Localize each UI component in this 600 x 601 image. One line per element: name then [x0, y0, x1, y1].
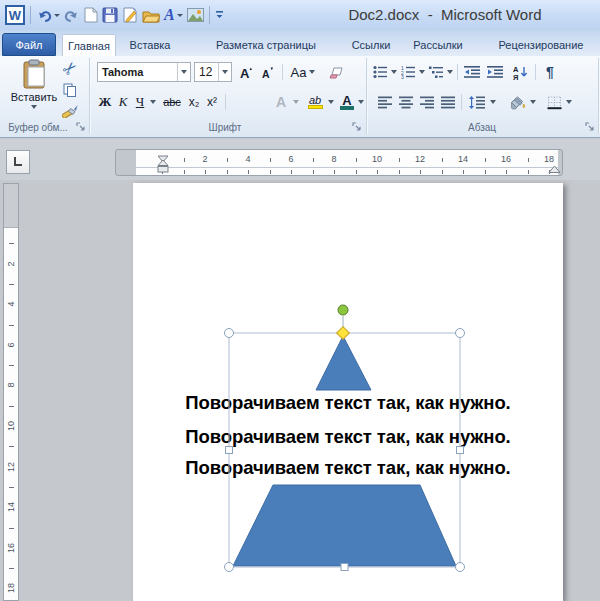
ruler-row: 24681012141618 [0, 139, 600, 180]
grow-font-button[interactable]: A [237, 62, 257, 82]
show-marks-button[interactable]: ¶ [540, 62, 560, 82]
window-title: Doc2.docx - Microsoft Word [290, 6, 600, 23]
redo-button[interactable] [62, 4, 82, 26]
shading-caret[interactable] [528, 92, 537, 112]
underline-button[interactable]: Ч [132, 92, 148, 112]
align-right-button[interactable] [417, 92, 437, 112]
bold-button[interactable]: Ж [96, 92, 114, 112]
tab-mailings[interactable]: Рассылки [410, 34, 466, 56]
resize-handle-e[interactable] [457, 447, 464, 454]
increase-indent-button[interactable] [484, 62, 505, 82]
clipboard-dialog-launcher[interactable] [76, 122, 86, 132]
borders-button[interactable] [544, 92, 564, 112]
triangle-shape[interactable] [316, 336, 371, 390]
tab-insert[interactable]: Вставка [124, 34, 176, 56]
document-page[interactable]: Поворачиваем текст так, как нужно. Повор… [133, 183, 563, 601]
right-indent-marker[interactable] [548, 160, 561, 178]
svg-text:A: A [262, 68, 270, 80]
tab-references[interactable]: Ссылки [344, 34, 398, 56]
title-bar: W A [0, 0, 600, 30]
hanging-indent-marker[interactable] [157, 159, 169, 178]
svg-text:3: 3 [401, 74, 404, 79]
subscript-button[interactable]: x₂ [185, 92, 203, 112]
highlight-caret[interactable] [326, 92, 335, 112]
change-case-button[interactable]: Aa [287, 62, 319, 82]
font-color-caret[interactable] [356, 92, 365, 112]
clear-formatting-button[interactable] [324, 62, 350, 82]
font-color-button[interactable]: А [337, 92, 357, 112]
ribbon: Вставить ✂ Буфер обм... Tahoma 12 A A [0, 56, 600, 138]
multilevel-caret[interactable] [445, 62, 454, 82]
sort-button[interactable]: АЯ [509, 62, 531, 82]
font-family-combo[interactable]: Tahoma [97, 62, 191, 82]
bullets-button[interactable] [371, 62, 389, 82]
svg-text:Я: Я [513, 73, 518, 80]
tab-review[interactable]: Рецензирование [496, 34, 586, 56]
tab-file[interactable]: Файл [2, 33, 56, 56]
bullets-caret[interactable] [389, 62, 398, 82]
strikethrough-button[interactable]: abc [159, 92, 185, 112]
rotate-handle[interactable] [338, 305, 348, 315]
word-app-icon[interactable]: W [3, 4, 27, 26]
adjust-handle[interactable] [337, 327, 350, 340]
resize-handle-nw[interactable] [225, 329, 234, 338]
copy-button[interactable] [58, 80, 82, 99]
shrink-font-button[interactable]: A [258, 62, 278, 82]
word-window: W A [0, 0, 600, 601]
font-dialog-launcher[interactable] [352, 122, 362, 132]
tab-stop-selector[interactable] [6, 150, 30, 174]
paragraph-group-label: Абзац [366, 122, 598, 133]
quick-access-toolbar: W A [3, 3, 226, 27]
highlight-button[interactable]: ab [303, 92, 327, 112]
customize-qat-button[interactable] [213, 4, 226, 26]
resize-handle-ne[interactable] [456, 329, 465, 338]
edit-document-button[interactable] [120, 4, 140, 26]
multilevel-list-button[interactable] [427, 62, 445, 82]
font-group-label: Шрифт [90, 122, 360, 133]
text-effects-caret[interactable] [291, 92, 301, 112]
vertical-ruler[interactable]: 24681012141618 [3, 183, 19, 601]
insert-picture-button[interactable] [185, 4, 206, 26]
borders-caret[interactable] [564, 92, 574, 112]
clipboard-group-label: Буфер обм... [0, 122, 76, 133]
cut-button[interactable]: ✂ [58, 58, 82, 78]
underline-caret[interactable] [148, 92, 158, 112]
trapezoid-shape[interactable] [233, 485, 456, 566]
align-center-button[interactable] [396, 92, 416, 112]
resize-handle-w[interactable] [226, 447, 233, 454]
resize-handle-sw[interactable] [225, 563, 234, 572]
decrease-indent-button[interactable] [461, 62, 482, 82]
line-spacing-caret[interactable] [488, 92, 497, 112]
document-workspace: 24681012141618 Поворачиваем текст так, к… [0, 180, 600, 601]
horizontal-ruler[interactable]: 24681012141618 [115, 149, 563, 176]
tab-home[interactable]: Главная [62, 34, 116, 56]
tab-layout[interactable]: Разметка страницы [204, 34, 328, 56]
numbering-caret[interactable] [417, 62, 426, 82]
format-painter-button[interactable] [58, 101, 82, 120]
paste-button[interactable]: Вставить [8, 59, 60, 119]
line-spacing-button[interactable] [466, 92, 488, 112]
open-button[interactable] [140, 4, 162, 26]
shapes-overlay [133, 183, 563, 601]
new-document-button[interactable] [82, 4, 100, 26]
superscript-button[interactable]: x² [203, 92, 221, 112]
text-effects-button[interactable]: A [270, 92, 292, 112]
font-size-combo[interactable]: 12 [194, 62, 232, 82]
resize-handle-s[interactable] [341, 564, 348, 571]
align-left-button[interactable] [375, 92, 395, 112]
italic-button[interactable]: К [114, 92, 132, 112]
undo-button[interactable] [34, 4, 62, 26]
svg-text:A: A [240, 66, 250, 80]
shading-button[interactable] [506, 92, 528, 112]
wordart-button[interactable]: A [162, 4, 185, 26]
save-button[interactable] [100, 4, 120, 26]
numbering-button[interactable]: 123 [399, 62, 417, 82]
ribbon-tabs: Файл Главная Вставка Разметка страницы С… [0, 30, 600, 56]
paragraph-dialog-launcher[interactable] [585, 122, 595, 132]
resize-handle-se[interactable] [456, 563, 465, 572]
justify-button[interactable] [438, 92, 458, 112]
